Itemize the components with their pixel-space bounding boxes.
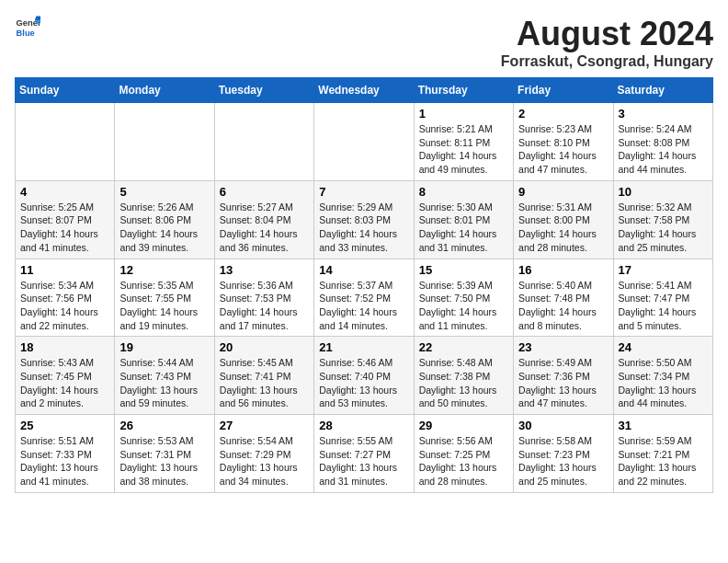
col-header-thursday: Thursday <box>414 78 513 103</box>
day-info: Sunrise: 5:29 AM Sunset: 8:03 PM Dayligh… <box>319 201 408 255</box>
day-number: 23 <box>518 340 608 354</box>
calendar-cell: 5Sunrise: 5:26 AM Sunset: 8:06 PM Daylig… <box>115 180 214 259</box>
calendar-cell: 10Sunrise: 5:32 AM Sunset: 7:58 PM Dayli… <box>613 180 712 259</box>
calendar-cell: 21Sunrise: 5:46 AM Sunset: 7:40 PM Dayli… <box>314 337 414 415</box>
day-number: 26 <box>119 419 209 432</box>
day-number: 12 <box>119 263 209 277</box>
day-info: Sunrise: 5:48 AM Sunset: 7:38 PM Dayligh… <box>419 356 508 410</box>
day-info: Sunrise: 5:32 AM Sunset: 7:58 PM Dayligh… <box>619 201 708 255</box>
day-info: Sunrise: 5:58 AM Sunset: 7:23 PM Dayligh… <box>518 434 608 488</box>
day-info: Sunrise: 5:40 AM Sunset: 7:48 PM Dayligh… <box>518 279 608 333</box>
day-number: 8 <box>419 185 508 199</box>
day-info: Sunrise: 5:35 AM Sunset: 7:55 PM Dayligh… <box>119 279 209 333</box>
day-info: Sunrise: 5:30 AM Sunset: 8:01 PM Dayligh… <box>419 201 508 255</box>
col-header-saturday: Saturday <box>613 78 712 103</box>
calendar-cell: 13Sunrise: 5:36 AM Sunset: 7:53 PM Dayli… <box>214 259 313 337</box>
calendar-cell: 3Sunrise: 5:24 AM Sunset: 8:08 PM Daylig… <box>613 103 712 181</box>
day-number: 20 <box>220 340 309 354</box>
day-number: 7 <box>319 185 408 199</box>
calendar-cell: 1Sunrise: 5:21 AM Sunset: 8:11 PM Daylig… <box>414 103 513 181</box>
day-info: Sunrise: 5:55 AM Sunset: 7:27 PM Dayligh… <box>319 434 408 488</box>
day-number: 27 <box>220 419 309 432</box>
calendar-cell: 2Sunrise: 5:23 AM Sunset: 8:10 PM Daylig… <box>514 103 613 181</box>
day-number: 25 <box>20 419 109 432</box>
day-number: 14 <box>319 263 408 277</box>
calendar-cell: 16Sunrise: 5:40 AM Sunset: 7:48 PM Dayli… <box>514 259 613 337</box>
day-info: Sunrise: 5:21 AM Sunset: 8:11 PM Dayligh… <box>419 122 508 177</box>
calendar-cell: 28Sunrise: 5:55 AM Sunset: 7:27 PM Dayli… <box>314 415 414 493</box>
day-number: 3 <box>619 107 708 121</box>
col-header-sunday: Sunday <box>16 78 115 103</box>
day-number: 28 <box>319 419 408 432</box>
day-info: Sunrise: 5:34 AM Sunset: 7:56 PM Dayligh… <box>20 279 109 333</box>
day-number: 2 <box>518 107 608 121</box>
day-number: 17 <box>619 263 708 277</box>
day-number: 22 <box>419 340 508 354</box>
calendar-cell: 7Sunrise: 5:29 AM Sunset: 8:03 PM Daylig… <box>314 180 414 259</box>
calendar-cell: 23Sunrise: 5:49 AM Sunset: 7:36 PM Dayli… <box>514 337 613 415</box>
day-info: Sunrise: 5:36 AM Sunset: 7:53 PM Dayligh… <box>220 279 309 333</box>
day-number: 13 <box>220 263 309 277</box>
day-info: Sunrise: 5:54 AM Sunset: 7:29 PM Dayligh… <box>220 434 309 488</box>
week-row-5: 25Sunrise: 5:51 AM Sunset: 7:33 PM Dayli… <box>16 415 713 493</box>
main-title: August 2024 <box>501 15 713 53</box>
calendar-cell: 6Sunrise: 5:27 AM Sunset: 8:04 PM Daylig… <box>214 180 313 259</box>
day-info: Sunrise: 5:37 AM Sunset: 7:52 PM Dayligh… <box>319 279 408 333</box>
week-row-1: 1Sunrise: 5:21 AM Sunset: 8:11 PM Daylig… <box>16 103 713 181</box>
day-info: Sunrise: 5:59 AM Sunset: 7:21 PM Dayligh… <box>619 434 708 488</box>
calendar-cell: 12Sunrise: 5:35 AM Sunset: 7:55 PM Dayli… <box>115 259 214 337</box>
day-number: 9 <box>518 185 608 199</box>
calendar-cell: 8Sunrise: 5:30 AM Sunset: 8:01 PM Daylig… <box>414 180 513 259</box>
calendar-cell: 22Sunrise: 5:48 AM Sunset: 7:38 PM Dayli… <box>414 337 513 415</box>
day-number: 18 <box>20 340 109 354</box>
svg-text:Blue: Blue <box>17 29 35 38</box>
calendar-cell: 4Sunrise: 5:25 AM Sunset: 8:07 PM Daylig… <box>16 180 115 259</box>
calendar-cell <box>314 103 414 181</box>
day-number: 5 <box>119 185 209 199</box>
day-info: Sunrise: 5:46 AM Sunset: 7:40 PM Dayligh… <box>319 356 408 410</box>
calendar-cell: 25Sunrise: 5:51 AM Sunset: 7:33 PM Dayli… <box>16 415 115 493</box>
day-info: Sunrise: 5:45 AM Sunset: 7:41 PM Dayligh… <box>220 356 309 410</box>
day-info: Sunrise: 5:24 AM Sunset: 8:08 PM Dayligh… <box>619 122 708 177</box>
calendar-cell: 31Sunrise: 5:59 AM Sunset: 7:21 PM Dayli… <box>613 415 712 493</box>
day-info: Sunrise: 5:44 AM Sunset: 7:43 PM Dayligh… <box>119 356 209 410</box>
day-info: Sunrise: 5:41 AM Sunset: 7:47 PM Dayligh… <box>619 279 708 333</box>
logo-icon: General Blue <box>15 15 40 40</box>
week-row-3: 11Sunrise: 5:34 AM Sunset: 7:56 PM Dayli… <box>16 259 713 337</box>
day-number: 15 <box>419 263 508 277</box>
day-number: 29 <box>419 419 508 432</box>
week-row-4: 18Sunrise: 5:43 AM Sunset: 7:45 PM Dayli… <box>16 337 713 415</box>
day-number: 16 <box>518 263 608 277</box>
col-header-tuesday: Tuesday <box>214 78 313 103</box>
day-info: Sunrise: 5:56 AM Sunset: 7:25 PM Dayligh… <box>419 434 508 488</box>
day-info: Sunrise: 5:27 AM Sunset: 8:04 PM Dayligh… <box>220 201 309 255</box>
calendar-cell: 20Sunrise: 5:45 AM Sunset: 7:41 PM Dayli… <box>214 337 313 415</box>
calendar-cell: 18Sunrise: 5:43 AM Sunset: 7:45 PM Dayli… <box>16 337 115 415</box>
calendar-cell: 15Sunrise: 5:39 AM Sunset: 7:50 PM Dayli… <box>414 259 513 337</box>
title-block: August 2024 Forraskut, Csongrad, Hungary <box>501 15 713 70</box>
day-info: Sunrise: 5:31 AM Sunset: 8:00 PM Dayligh… <box>518 201 608 255</box>
calendar-cell: 17Sunrise: 5:41 AM Sunset: 7:47 PM Dayli… <box>613 259 712 337</box>
day-number: 19 <box>119 340 209 354</box>
day-number: 4 <box>20 185 109 199</box>
calendar-cell <box>214 103 313 181</box>
logo: General Blue <box>15 15 40 40</box>
day-number: 6 <box>220 185 309 199</box>
day-info: Sunrise: 5:50 AM Sunset: 7:34 PM Dayligh… <box>619 356 708 410</box>
calendar-cell: 11Sunrise: 5:34 AM Sunset: 7:56 PM Dayli… <box>16 259 115 337</box>
day-number: 21 <box>319 340 408 354</box>
calendar-cell: 9Sunrise: 5:31 AM Sunset: 8:00 PM Daylig… <box>514 180 613 259</box>
day-info: Sunrise: 5:26 AM Sunset: 8:06 PM Dayligh… <box>119 201 209 255</box>
calendar-cell: 30Sunrise: 5:58 AM Sunset: 7:23 PM Dayli… <box>514 415 613 493</box>
col-header-wednesday: Wednesday <box>314 78 414 103</box>
day-info: Sunrise: 5:39 AM Sunset: 7:50 PM Dayligh… <box>419 279 508 333</box>
calendar-cell: 24Sunrise: 5:50 AM Sunset: 7:34 PM Dayli… <box>613 337 712 415</box>
day-info: Sunrise: 5:53 AM Sunset: 7:31 PM Dayligh… <box>119 434 209 488</box>
calendar-cell: 29Sunrise: 5:56 AM Sunset: 7:25 PM Dayli… <box>414 415 513 493</box>
page-header: General Blue August 2024 Forraskut, Cson… <box>15 15 713 70</box>
day-number: 31 <box>619 419 708 432</box>
day-info: Sunrise: 5:43 AM Sunset: 7:45 PM Dayligh… <box>20 356 109 410</box>
calendar-cell <box>115 103 214 181</box>
subtitle: Forraskut, Csongrad, Hungary <box>501 53 713 70</box>
header-row: SundayMondayTuesdayWednesdayThursdayFrid… <box>16 78 713 103</box>
